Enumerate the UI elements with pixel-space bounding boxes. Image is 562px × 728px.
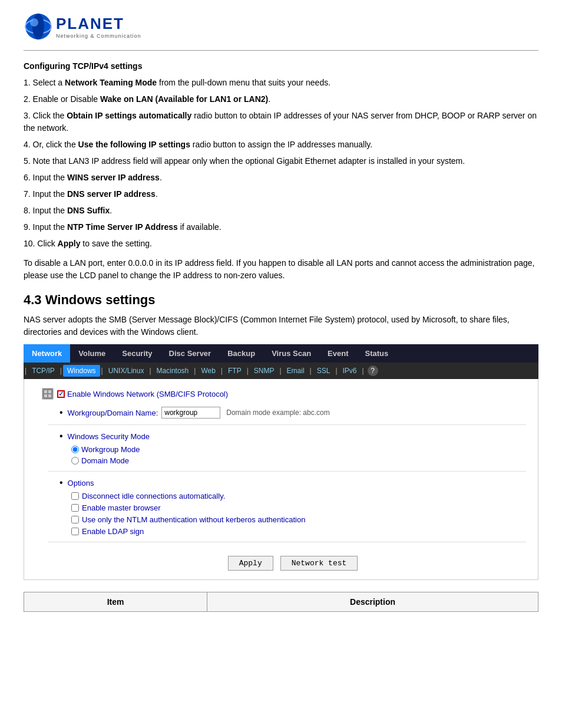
- network-test-button[interactable]: Network test: [280, 556, 358, 571]
- logo-area: PLANET Networking & Communication: [24, 12, 538, 41]
- disconnect-label: Disconnect idle connections automaticall…: [82, 492, 225, 500]
- svg-rect-7: [44, 394, 47, 397]
- nav-item-network[interactable]: Network: [24, 344, 70, 363]
- workgroup-input[interactable]: [161, 407, 220, 419]
- ntlm-label: Use only the NTLM authentication without…: [82, 515, 305, 524]
- config-title: Configuring TCP/IPv4 settings: [24, 61, 538, 71]
- nav-item-backup[interactable]: Backup: [219, 344, 263, 363]
- domain-mode-label[interactable]: Domain Mode: [81, 456, 129, 465]
- options-bullet: •: [59, 477, 63, 488]
- domain-mode-row: Domain Mode: [71, 456, 526, 465]
- table-header-row: Item Description: [24, 592, 538, 612]
- workgroup-mode-row: Workgroup Mode: [71, 445, 526, 454]
- security-mode-row: • Windows Security Mode: [59, 431, 526, 442]
- nav-item-volume[interactable]: Volume: [70, 344, 114, 363]
- enable-row: Enable Windows Network (SMB/CIFS Protoco…: [42, 388, 526, 400]
- step-10: 10. Click Apply to save the setting.: [24, 238, 538, 250]
- security-mode-bullet: •: [59, 431, 63, 442]
- logo-text: PLANET Networking & Communication: [56, 15, 141, 39]
- chapter-description: NAS server adopts the SMB (Server Messag…: [24, 314, 538, 338]
- svg-rect-5: [44, 390, 47, 393]
- domain-hint: Domain mode example: abc.com: [226, 409, 329, 417]
- logo-subtitle-label: Networking & Communication: [56, 33, 141, 39]
- subnav-tcpip[interactable]: TCP/IP: [28, 365, 59, 377]
- disable-para: To disable a LAN port, enter 0.0.0.0 in …: [24, 257, 538, 282]
- subnav-windows[interactable]: Windows: [63, 365, 100, 377]
- master-browser-checkbox[interactable]: [71, 504, 79, 512]
- svg-point-3: [30, 18, 38, 27]
- step-6: 6. Input the WINS server IP address.: [24, 172, 538, 184]
- workgroup-mode-label[interactable]: Workgroup Mode: [81, 445, 140, 454]
- enable-windows-label[interactable]: Enable Windows Network (SMB/CIFS Protoco…: [67, 390, 228, 398]
- step-9: 9. Input the NTP Time Server IP Address …: [24, 221, 538, 233]
- step-3: 3. Click the Obtain IP settings automati…: [24, 110, 538, 134]
- step-2: 2. Enable or Disable Wake on LAN (Availa…: [24, 93, 538, 106]
- nav-item-event[interactable]: Event: [319, 344, 356, 363]
- workgroup-bullet: •: [59, 407, 63, 418]
- master-browser-label: Enable master browser: [82, 503, 161, 512]
- option-ntlm: Use only the NTLM authentication without…: [71, 515, 526, 524]
- table-col-item: Item: [24, 592, 207, 612]
- nav-bar: Network Volume Security Disc Server Back…: [24, 344, 538, 363]
- domain-mode-radio[interactable]: [71, 457, 79, 465]
- step-5: 5. Note that LAN3 IP address field will …: [24, 155, 538, 167]
- options-row: • Options: [59, 477, 526, 488]
- subnav-macintosh[interactable]: Macintosh: [153, 365, 193, 377]
- chapter-heading: 4.3 Windows settings: [24, 292, 538, 308]
- sep-1: [48, 424, 526, 425]
- subnav-unix-linux[interactable]: UNIX/Linux: [104, 365, 148, 377]
- subnav-ftp[interactable]: FTP: [224, 365, 246, 377]
- item-description-table: Item Description: [24, 592, 538, 612]
- settings-icon: [42, 388, 54, 400]
- table-col-description: Description: [207, 592, 538, 612]
- disconnect-checkbox[interactable]: [71, 492, 79, 500]
- step-8: 8. Input the DNS Suffix.: [24, 205, 538, 217]
- subnav-web[interactable]: Web: [197, 365, 219, 377]
- sub-nav-bar: | TCP/IP | Windows | UNIX/Linux | Macint…: [24, 363, 538, 379]
- nav-item-disc-server[interactable]: Disc Server: [161, 344, 220, 363]
- svg-rect-6: [48, 390, 51, 393]
- sep-2: [48, 471, 526, 472]
- workgroup-label: Workgroup/Domain Name:: [68, 409, 158, 417]
- step-4: 4. Or, click the Use the following IP se…: [24, 139, 538, 151]
- ldap-label: Enable LDAP sign: [82, 527, 144, 536]
- options-label: Options: [68, 479, 94, 487]
- header-divider: [24, 50, 538, 51]
- nav-item-virus-scan[interactable]: Virus Scan: [263, 344, 319, 363]
- apply-row: Apply Network test: [59, 551, 526, 571]
- workgroup-mode-radio[interactable]: [71, 446, 79, 453]
- option-master-browser: Enable master browser: [71, 503, 526, 512]
- security-mode-label: Windows Security Mode: [68, 432, 150, 441]
- step-1: 1. Select a Network Teaming Mode from th…: [24, 77, 538, 89]
- apply-button[interactable]: Apply: [228, 556, 273, 571]
- workgroup-row: • Workgroup/Domain Name: Domain mode exa…: [59, 407, 526, 419]
- subnav-help-icon[interactable]: ?: [368, 365, 378, 376]
- logo-planet-label: PLANET: [56, 15, 141, 33]
- subnav-ssl[interactable]: SSL: [313, 365, 335, 377]
- ldap-checkbox[interactable]: [71, 528, 79, 535]
- nav-item-status[interactable]: Status: [357, 344, 397, 363]
- option-disconnect: Disconnect idle connections automaticall…: [71, 492, 526, 500]
- enable-checkbox-visual: [57, 390, 65, 398]
- ntlm-checkbox[interactable]: [71, 516, 79, 523]
- sep-3: [48, 542, 526, 542]
- nav-item-security[interactable]: Security: [114, 344, 160, 363]
- steps-list: 1. Select a Network Teaming Mode from th…: [24, 77, 538, 250]
- subnav-email[interactable]: Email: [283, 365, 309, 377]
- subnav-ipv6[interactable]: IPv6: [339, 365, 361, 377]
- option-ldap: Enable LDAP sign: [71, 527, 526, 536]
- settings-panel: Enable Windows Network (SMB/CIFS Protoco…: [24, 379, 538, 580]
- svg-rect-8: [48, 394, 51, 397]
- planet-logo-icon: [24, 12, 53, 41]
- subnav-snmp[interactable]: SNMP: [250, 365, 279, 377]
- svg-rect-4: [42, 388, 53, 399]
- step-7: 7. Input the DNS server IP address.: [24, 188, 538, 200]
